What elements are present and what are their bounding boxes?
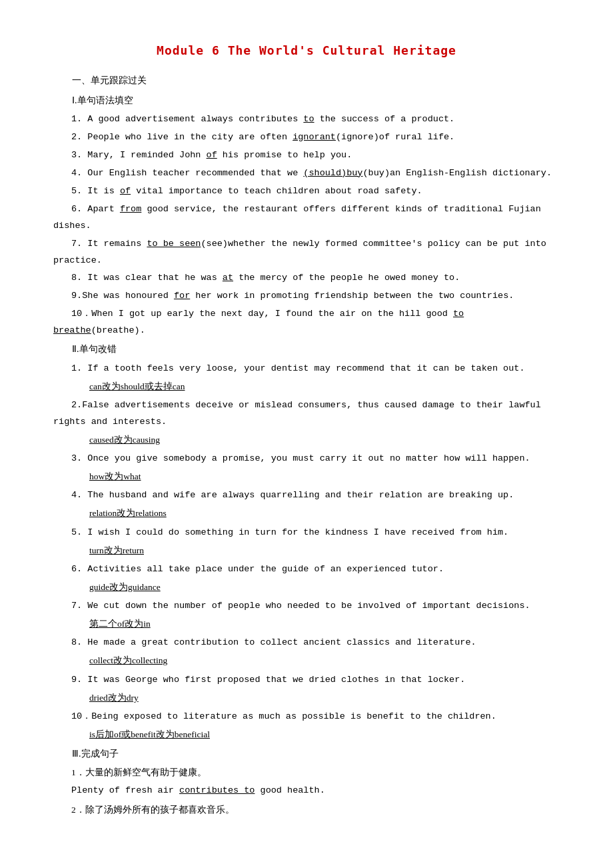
section-header-main: 一、单元跟踪过关 xyxy=(53,72,560,89)
correction-item-2: 2.False advertisements deceive or mislea… xyxy=(53,397,560,448)
correction-item-4: 4. The husband and wife are always quarr… xyxy=(53,487,560,521)
item-8: 8. It was clear that he was at the mercy… xyxy=(53,270,560,287)
item-5: 5. It is of vital importance to teach ch… xyxy=(53,183,560,200)
correction-item-8: 8. He made a great contribution to colle… xyxy=(53,635,560,669)
item-2: 2. People who live in the city are often… xyxy=(53,129,560,146)
subsection-header-2: Ⅱ.单句改错 xyxy=(53,341,560,357)
page-title: Module 6 The World's Cultural Heritage xyxy=(53,40,560,61)
item-4: 4. Our English teacher recommended that … xyxy=(53,165,560,182)
item-3: 3. Mary, I reminded John of his promise … xyxy=(53,147,560,164)
correction-item-10: 10．Being exposed to literature as much a… xyxy=(53,709,560,743)
correction-item-6: 6. Activities all take place under the g… xyxy=(53,561,560,595)
item-7: 7. It remains to be seen(see)whether the… xyxy=(53,236,560,269)
subsection-header-3: Ⅲ.完成句子 xyxy=(53,745,560,762)
completion-item-2: 2．除了汤姆外所有的孩子都喜欢音乐。 xyxy=(53,802,560,819)
page-container: Module 6 The World's Cultural Heritage 一… xyxy=(53,40,560,819)
item-9: 9.She was honoured for her work in promo… xyxy=(53,288,560,305)
correction-item-9: 9. It was George who first proposed that… xyxy=(53,672,560,706)
correction-item-7: 7. We cut down the number of people who … xyxy=(53,598,560,632)
correction-item-5: 5. I wish I could do something in turn f… xyxy=(53,525,560,559)
item-10: 10．When I got up early the next day, I f… xyxy=(53,306,560,339)
correction-item-3: 3. Once you give somebody a promise, you… xyxy=(53,451,560,485)
correction-item-1: 1. If a tooth feels very loose, your den… xyxy=(53,361,560,395)
subsection-header-1: Ⅰ.单句语法填空 xyxy=(53,92,560,109)
item-6: 6. Apart from good service, the restaura… xyxy=(53,201,560,235)
completion-item-1: 1．大量的新鲜空气有助于健康。 Plenty of fresh air cont… xyxy=(53,765,560,799)
item-1: 1. A good advertisement always contribut… xyxy=(53,111,560,128)
